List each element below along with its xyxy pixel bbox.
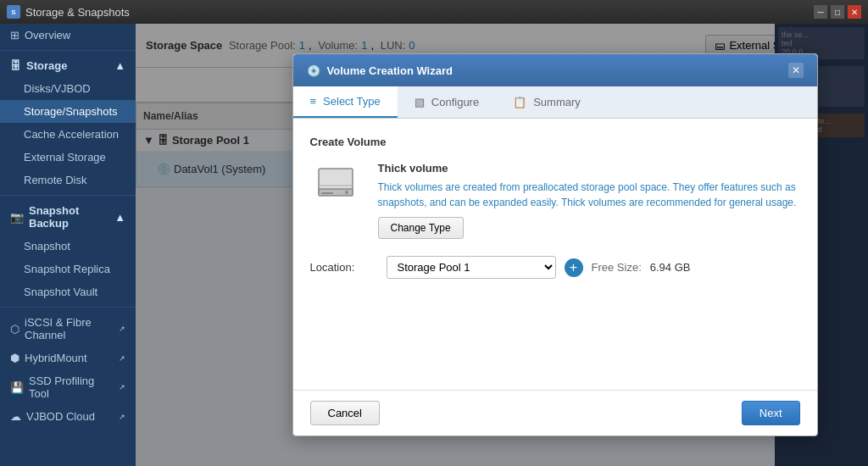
next-button[interactable]: Next	[742, 401, 800, 425]
dialog-overlay: 💿 Volume Creation Wizard ✕ ≡ Select Type…	[136, 24, 868, 466]
close-button[interactable]: ✕	[848, 5, 861, 19]
sidebar-item-ssd-profiling[interactable]: 💾 SSD Profiling Tool ↗	[0, 369, 136, 405]
wizard-step-select-type[interactable]: ≡ Select Type	[293, 86, 398, 118]
external-link-icon2: ↗	[119, 354, 125, 363]
configure-icon: ▧	[415, 96, 425, 108]
volume-type-row: Thick volume Thick volumes are created f…	[310, 162, 800, 239]
sidebar-item-cache[interactable]: Cache Acceleration	[0, 123, 136, 146]
change-type-button[interactable]: Change Type	[378, 217, 464, 239]
location-select[interactable]: Storage Pool 1	[387, 256, 556, 279]
sidebar-group-storage[interactable]: 🗄 Storage ▲	[0, 54, 136, 77]
sidebar-item-external[interactable]: External Storage	[0, 146, 136, 169]
sidebar-item-vjbod-cloud[interactable]: ☁ VJBOD Cloud ↗	[0, 405, 136, 428]
sidebar-item-overview[interactable]: ⊞ Overview	[0, 24, 136, 47]
maximize-button[interactable]: □	[831, 5, 844, 19]
select-type-icon: ≡	[310, 95, 317, 108]
dialog-close-button[interactable]: ✕	[788, 63, 804, 78]
dialog-header: 💿 Volume Creation Wizard ✕	[293, 54, 817, 86]
cancel-button[interactable]: Cancel	[310, 401, 380, 425]
chevron-up-icon: ▲	[114, 59, 125, 72]
dialog-footer: Cancel Next	[293, 390, 817, 435]
free-size-value: 6.94 GB	[650, 261, 691, 274]
minimize-button[interactable]: ─	[814, 5, 827, 19]
sidebar-item-snapshot-vault[interactable]: Snapshot Vault	[0, 280, 136, 303]
app-title: Storage & Snapshots	[25, 6, 130, 19]
dialog-title: Volume Creation Wizard	[327, 64, 453, 77]
volume-type-icon	[310, 162, 361, 212]
wizard-steps: ≡ Select Type ▧ Configure 📋 Summary	[293, 86, 817, 119]
cloud-icon: ☁	[10, 410, 21, 423]
sidebar-item-storage-snapshots[interactable]: Storage/Snapshots	[0, 100, 136, 123]
summary-icon: 📋	[513, 96, 526, 108]
sidebar-item-remote[interactable]: Remote Disk	[0, 169, 136, 191]
chevron-up-icon2: ▲	[114, 211, 125, 224]
volume-type-name: Thick volume	[378, 162, 800, 175]
svg-point-2	[345, 191, 348, 194]
app-icon: S	[7, 5, 20, 19]
external-link-icon3: ↗	[119, 383, 125, 391]
add-location-button[interactable]: +	[565, 258, 583, 277]
ssd-icon: 💾	[10, 381, 24, 394]
location-label: Location:	[310, 261, 378, 274]
iscsi-icon: ⬡	[10, 323, 19, 336]
sidebar-item-snapshot-replica[interactable]: Snapshot Replica	[0, 258, 136, 280]
svg-rect-3	[321, 192, 333, 194]
sidebar-item-iscsi[interactable]: ⬡ iSCSI & Fibre Channel ↗	[0, 311, 136, 347]
camera-icon: 📷	[10, 211, 24, 224]
sidebar: ⊞ Overview 🗄 Storage ▲ Disks/VJBOD Stora…	[0, 24, 136, 466]
volume-description: Thick volumes are created from prealloca…	[378, 180, 800, 210]
location-row: Location: Storage Pool 1 + Free Size: 6.…	[310, 256, 800, 279]
titlebar: S Storage & Snapshots ─ □ ✕	[0, 0, 868, 24]
volume-creation-wizard-dialog: 💿 Volume Creation Wizard ✕ ≡ Select Type…	[292, 53, 818, 436]
external-link-icon4: ↗	[119, 413, 125, 421]
sidebar-group-snapshot-backup[interactable]: 📷 Snapshot Backup ▲	[0, 199, 136, 235]
sidebar-item-disks[interactable]: Disks/VJBOD	[0, 77, 136, 100]
external-link-icon: ↗	[119, 325, 125, 333]
free-size-label: Free Size:	[592, 261, 642, 274]
create-volume-label: Create Volume	[310, 136, 800, 148]
storage-icon: 🗄	[10, 59, 21, 72]
hybrid-icon: ⬢	[10, 352, 19, 364]
sidebar-item-snapshot[interactable]: Snapshot	[0, 235, 136, 258]
wizard-step-configure[interactable]: ▧ Configure	[398, 86, 496, 118]
sidebar-item-hybridmount[interactable]: ⬢ HybridMount ↗	[0, 347, 136, 369]
wizard-header-icon: 💿	[307, 64, 320, 77]
wizard-step-summary[interactable]: 📋 Summary	[496, 86, 598, 118]
dialog-body: Create Volume	[293, 119, 817, 390]
overview-icon: ⊞	[10, 29, 19, 42]
